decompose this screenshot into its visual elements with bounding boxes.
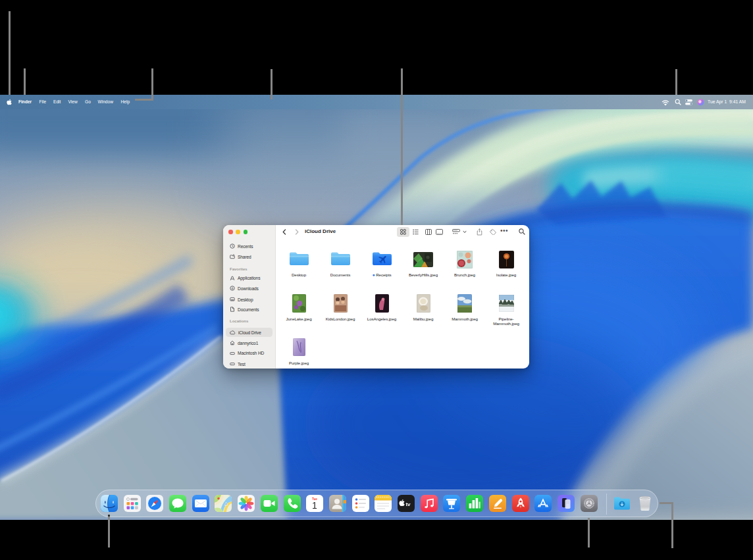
svg-text:1: 1: [312, 500, 317, 511]
svg-text:tv: tv: [405, 501, 411, 507]
